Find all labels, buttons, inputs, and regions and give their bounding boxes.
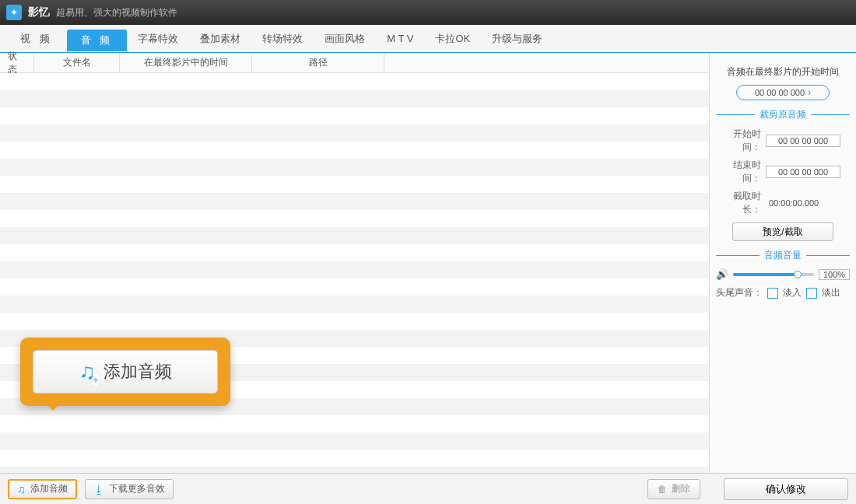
volume-slider-thumb[interactable]: [794, 271, 802, 278]
volume-section-label: 音频音量: [716, 249, 850, 262]
audio-list-area[interactable]: ♫+ 添加音频: [0, 73, 709, 473]
app-logo-icon: ✦: [6, 5, 22, 20]
add-audio-button[interactable]: ♫ 添加音频: [8, 479, 77, 499]
audio-properties-pane: 音频在最终影片的开始时间 00 00 00 000 › 裁剪原音频 开始时间： …: [710, 53, 856, 473]
tab-karaoke[interactable]: 卡拉OK: [424, 25, 481, 53]
start-time-value: 00 00 00 000: [755, 88, 805, 97]
add-audio-callout: ♫+ 添加音频: [20, 338, 230, 406]
trim-duration-value: 00:00:00.000: [766, 198, 840, 208]
fade-in-checkbox[interactable]: [767, 288, 778, 299]
callout-label: 添加音频: [103, 360, 172, 383]
download-icon: ⭳: [93, 483, 104, 495]
tab-video[interactable]: 视 频: [6, 25, 67, 53]
trim-duration-label: 截取时长：: [716, 190, 761, 216]
trim-end-input[interactable]: [766, 166, 840, 178]
col-status[interactable]: 状态: [0, 53, 34, 72]
col-time-in-final[interactable]: 在最终影片中的时间: [120, 53, 252, 72]
trim-start-input[interactable]: [766, 135, 840, 147]
volume-slider[interactable]: [733, 273, 814, 276]
tab-style[interactable]: 画面风格: [314, 25, 376, 53]
column-headers: 状态 文件名 在最终影片中的时间 路径: [0, 53, 709, 73]
download-more-effects-button[interactable]: ⭳ 下载更多音效: [85, 479, 174, 499]
fade-in-label: 淡入: [783, 286, 802, 299]
tab-audio[interactable]: 音 频: [67, 30, 128, 51]
volume-value[interactable]: 100%: [819, 269, 850, 280]
delete-button[interactable]: 🗑 删除: [647, 479, 700, 499]
trim-section-label: 裁剪原音频: [716, 108, 850, 121]
add-audio-callout-button[interactable]: ♫+ 添加音频: [33, 350, 218, 394]
start-time-heading: 音频在最终影片的开始时间: [716, 65, 850, 79]
tab-subtitle[interactable]: 字幕特效: [127, 25, 189, 53]
tab-upgrade[interactable]: 升级与服务: [481, 25, 553, 53]
app-tagline: 超易用、强大的视频制作软件: [56, 6, 177, 19]
tab-transition[interactable]: 转场特效: [251, 25, 314, 53]
fade-label: 头尾声音：: [716, 286, 763, 299]
col-path[interactable]: 路径: [252, 53, 384, 72]
tab-bar: 视 频 音 频 字幕特效 叠加素材 转场特效 画面风格 M T V 卡拉OK 升…: [0, 25, 856, 53]
tab-mtv[interactable]: M T V: [376, 25, 424, 53]
fade-out-checkbox[interactable]: [806, 288, 817, 299]
bottom-toolbar: ♫ 添加音频 ⭳ 下载更多音效 🗑 删除 确认修改: [0, 473, 856, 504]
music-note-icon: ♫+: [79, 359, 96, 384]
speaker-icon: 🔊: [716, 268, 728, 280]
confirm-changes-button[interactable]: 确认修改: [724, 478, 848, 500]
preview-trim-button[interactable]: 预览/截取: [732, 222, 833, 241]
tab-overlay[interactable]: 叠加素材: [189, 25, 251, 53]
music-note-icon: ♫: [17, 483, 26, 495]
trim-end-label: 结束时间：: [716, 159, 761, 185]
title-bar: ✦ 影忆 超易用、强大的视频制作软件: [0, 0, 856, 25]
app-title: 影忆: [28, 5, 50, 19]
delete-label: 删除: [672, 482, 690, 495]
trash-icon: 🗑: [658, 484, 667, 495]
fade-out-label: 淡出: [822, 286, 840, 299]
plus-badge-icon: +: [93, 375, 98, 386]
trim-start-label: 开始时间：: [716, 128, 761, 154]
audio-list-pane: 状态 文件名 在最终影片中的时间 路径 ♫+ 添加音频: [0, 53, 710, 473]
chevron-right-icon: ›: [808, 87, 811, 98]
add-audio-label: 添加音频: [30, 482, 68, 495]
download-more-label: 下载更多音效: [109, 482, 165, 495]
col-filename[interactable]: 文件名: [34, 53, 120, 72]
start-time-in-final-input[interactable]: 00 00 00 000 ›: [736, 85, 830, 100]
